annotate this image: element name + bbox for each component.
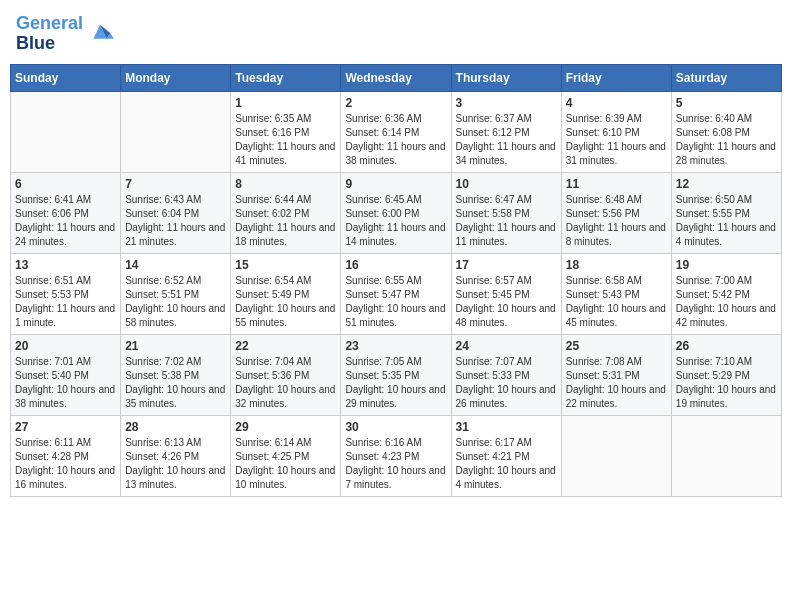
day-info: Sunrise: 6:35 AM Sunset: 6:16 PM Dayligh… bbox=[235, 112, 336, 168]
day-info: Sunrise: 6:41 AM Sunset: 6:06 PM Dayligh… bbox=[15, 193, 116, 249]
day-info: Sunrise: 7:08 AM Sunset: 5:31 PM Dayligh… bbox=[566, 355, 667, 411]
day-number: 29 bbox=[235, 420, 336, 434]
day-info: Sunrise: 7:10 AM Sunset: 5:29 PM Dayligh… bbox=[676, 355, 777, 411]
day-info: Sunrise: 6:39 AM Sunset: 6:10 PM Dayligh… bbox=[566, 112, 667, 168]
day-number: 13 bbox=[15, 258, 116, 272]
day-number: 22 bbox=[235, 339, 336, 353]
calendar-cell: 23Sunrise: 7:05 AM Sunset: 5:35 PM Dayli… bbox=[341, 334, 451, 415]
day-number: 26 bbox=[676, 339, 777, 353]
day-number: 18 bbox=[566, 258, 667, 272]
day-info: Sunrise: 7:02 AM Sunset: 5:38 PM Dayligh… bbox=[125, 355, 226, 411]
day-info: Sunrise: 6:43 AM Sunset: 6:04 PM Dayligh… bbox=[125, 193, 226, 249]
calendar-cell bbox=[11, 91, 121, 172]
calendar-cell: 4Sunrise: 6:39 AM Sunset: 6:10 PM Daylig… bbox=[561, 91, 671, 172]
calendar-cell: 8Sunrise: 6:44 AM Sunset: 6:02 PM Daylig… bbox=[231, 172, 341, 253]
calendar-header-row: SundayMondayTuesdayWednesdayThursdayFrid… bbox=[11, 64, 782, 91]
calendar-cell: 6Sunrise: 6:41 AM Sunset: 6:06 PM Daylig… bbox=[11, 172, 121, 253]
calendar-cell: 15Sunrise: 6:54 AM Sunset: 5:49 PM Dayli… bbox=[231, 253, 341, 334]
calendar-cell: 19Sunrise: 7:00 AM Sunset: 5:42 PM Dayli… bbox=[671, 253, 781, 334]
day-info: Sunrise: 6:57 AM Sunset: 5:45 PM Dayligh… bbox=[456, 274, 557, 330]
calendar-week-row: 27Sunrise: 6:11 AM Sunset: 4:28 PM Dayli… bbox=[11, 415, 782, 496]
calendar-cell: 17Sunrise: 6:57 AM Sunset: 5:45 PM Dayli… bbox=[451, 253, 561, 334]
col-header-saturday: Saturday bbox=[671, 64, 781, 91]
day-info: Sunrise: 6:36 AM Sunset: 6:14 PM Dayligh… bbox=[345, 112, 446, 168]
calendar-cell bbox=[561, 415, 671, 496]
col-header-friday: Friday bbox=[561, 64, 671, 91]
calendar-week-row: 20Sunrise: 7:01 AM Sunset: 5:40 PM Dayli… bbox=[11, 334, 782, 415]
day-info: Sunrise: 6:47 AM Sunset: 5:58 PM Dayligh… bbox=[456, 193, 557, 249]
day-number: 10 bbox=[456, 177, 557, 191]
day-info: Sunrise: 6:48 AM Sunset: 5:56 PM Dayligh… bbox=[566, 193, 667, 249]
day-number: 31 bbox=[456, 420, 557, 434]
day-number: 11 bbox=[566, 177, 667, 191]
day-info: Sunrise: 6:37 AM Sunset: 6:12 PM Dayligh… bbox=[456, 112, 557, 168]
day-number: 4 bbox=[566, 96, 667, 110]
day-number: 27 bbox=[15, 420, 116, 434]
col-header-sunday: Sunday bbox=[11, 64, 121, 91]
logo: GeneralBlue bbox=[16, 14, 114, 54]
calendar-cell: 3Sunrise: 6:37 AM Sunset: 6:12 PM Daylig… bbox=[451, 91, 561, 172]
day-number: 15 bbox=[235, 258, 336, 272]
day-info: Sunrise: 7:00 AM Sunset: 5:42 PM Dayligh… bbox=[676, 274, 777, 330]
col-header-tuesday: Tuesday bbox=[231, 64, 341, 91]
day-number: 1 bbox=[235, 96, 336, 110]
col-header-wednesday: Wednesday bbox=[341, 64, 451, 91]
calendar-cell bbox=[671, 415, 781, 496]
day-info: Sunrise: 6:17 AM Sunset: 4:21 PM Dayligh… bbox=[456, 436, 557, 492]
day-number: 8 bbox=[235, 177, 336, 191]
day-number: 6 bbox=[15, 177, 116, 191]
day-number: 5 bbox=[676, 96, 777, 110]
day-info: Sunrise: 6:55 AM Sunset: 5:47 PM Dayligh… bbox=[345, 274, 446, 330]
logo-text: GeneralBlue bbox=[16, 14, 83, 54]
day-info: Sunrise: 7:04 AM Sunset: 5:36 PM Dayligh… bbox=[235, 355, 336, 411]
calendar-week-row: 1Sunrise: 6:35 AM Sunset: 6:16 PM Daylig… bbox=[11, 91, 782, 172]
day-info: Sunrise: 6:14 AM Sunset: 4:25 PM Dayligh… bbox=[235, 436, 336, 492]
day-info: Sunrise: 7:05 AM Sunset: 5:35 PM Dayligh… bbox=[345, 355, 446, 411]
day-number: 30 bbox=[345, 420, 446, 434]
day-number: 25 bbox=[566, 339, 667, 353]
day-number: 12 bbox=[676, 177, 777, 191]
day-number: 9 bbox=[345, 177, 446, 191]
calendar-cell: 30Sunrise: 6:16 AM Sunset: 4:23 PM Dayli… bbox=[341, 415, 451, 496]
calendar-cell: 31Sunrise: 6:17 AM Sunset: 4:21 PM Dayli… bbox=[451, 415, 561, 496]
calendar-cell bbox=[121, 91, 231, 172]
day-info: Sunrise: 6:50 AM Sunset: 5:55 PM Dayligh… bbox=[676, 193, 777, 249]
calendar-cell: 20Sunrise: 7:01 AM Sunset: 5:40 PM Dayli… bbox=[11, 334, 121, 415]
calendar-cell: 11Sunrise: 6:48 AM Sunset: 5:56 PM Dayli… bbox=[561, 172, 671, 253]
day-number: 23 bbox=[345, 339, 446, 353]
calendar-cell: 29Sunrise: 6:14 AM Sunset: 4:25 PM Dayli… bbox=[231, 415, 341, 496]
day-info: Sunrise: 6:54 AM Sunset: 5:49 PM Dayligh… bbox=[235, 274, 336, 330]
calendar-cell: 21Sunrise: 7:02 AM Sunset: 5:38 PM Dayli… bbox=[121, 334, 231, 415]
logo-icon bbox=[86, 20, 114, 48]
day-info: Sunrise: 6:44 AM Sunset: 6:02 PM Dayligh… bbox=[235, 193, 336, 249]
day-number: 16 bbox=[345, 258, 446, 272]
calendar-table: SundayMondayTuesdayWednesdayThursdayFrid… bbox=[10, 64, 782, 497]
calendar-cell: 1Sunrise: 6:35 AM Sunset: 6:16 PM Daylig… bbox=[231, 91, 341, 172]
calendar-cell: 13Sunrise: 6:51 AM Sunset: 5:53 PM Dayli… bbox=[11, 253, 121, 334]
day-info: Sunrise: 6:11 AM Sunset: 4:28 PM Dayligh… bbox=[15, 436, 116, 492]
calendar-cell: 24Sunrise: 7:07 AM Sunset: 5:33 PM Dayli… bbox=[451, 334, 561, 415]
day-number: 21 bbox=[125, 339, 226, 353]
day-info: Sunrise: 6:40 AM Sunset: 6:08 PM Dayligh… bbox=[676, 112, 777, 168]
day-info: Sunrise: 7:01 AM Sunset: 5:40 PM Dayligh… bbox=[15, 355, 116, 411]
calendar-cell: 25Sunrise: 7:08 AM Sunset: 5:31 PM Dayli… bbox=[561, 334, 671, 415]
calendar-cell: 5Sunrise: 6:40 AM Sunset: 6:08 PM Daylig… bbox=[671, 91, 781, 172]
col-header-thursday: Thursday bbox=[451, 64, 561, 91]
col-header-monday: Monday bbox=[121, 64, 231, 91]
day-info: Sunrise: 6:45 AM Sunset: 6:00 PM Dayligh… bbox=[345, 193, 446, 249]
calendar-cell: 26Sunrise: 7:10 AM Sunset: 5:29 PM Dayli… bbox=[671, 334, 781, 415]
day-number: 17 bbox=[456, 258, 557, 272]
day-info: Sunrise: 6:51 AM Sunset: 5:53 PM Dayligh… bbox=[15, 274, 116, 330]
calendar-week-row: 13Sunrise: 6:51 AM Sunset: 5:53 PM Dayli… bbox=[11, 253, 782, 334]
day-number: 19 bbox=[676, 258, 777, 272]
calendar-cell: 10Sunrise: 6:47 AM Sunset: 5:58 PM Dayli… bbox=[451, 172, 561, 253]
calendar-cell: 22Sunrise: 7:04 AM Sunset: 5:36 PM Dayli… bbox=[231, 334, 341, 415]
day-number: 28 bbox=[125, 420, 226, 434]
day-info: Sunrise: 6:58 AM Sunset: 5:43 PM Dayligh… bbox=[566, 274, 667, 330]
day-number: 2 bbox=[345, 96, 446, 110]
calendar-cell: 28Sunrise: 6:13 AM Sunset: 4:26 PM Dayli… bbox=[121, 415, 231, 496]
day-number: 7 bbox=[125, 177, 226, 191]
day-number: 3 bbox=[456, 96, 557, 110]
day-info: Sunrise: 6:52 AM Sunset: 5:51 PM Dayligh… bbox=[125, 274, 226, 330]
calendar-cell: 12Sunrise: 6:50 AM Sunset: 5:55 PM Dayli… bbox=[671, 172, 781, 253]
